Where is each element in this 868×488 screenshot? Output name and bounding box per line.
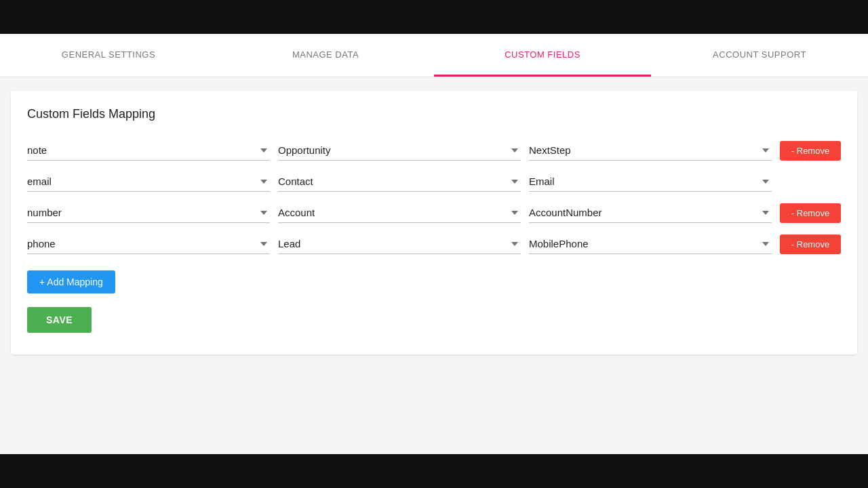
- top-bar: [0, 0, 868, 34]
- middle-select-1[interactable]: Opportunity Contact Account Lead: [278, 140, 521, 161]
- left-select-2[interactable]: email note number phone: [27, 171, 270, 192]
- middle-select-4[interactable]: Lead Opportunity Contact Account: [278, 234, 521, 254]
- card-title: Custom Fields Mapping: [27, 107, 841, 121]
- right-select-3[interactable]: AccountNumber NextStep Email MobilePhone: [529, 203, 772, 223]
- left-select-1[interactable]: note email number phone: [27, 140, 270, 161]
- right-select-1[interactable]: NextStep Email AccountNumber MobilePhone: [529, 140, 772, 161]
- remove-button-4[interactable]: - Remove: [780, 235, 841, 254]
- add-mapping-button[interactable]: + Add Mapping: [27, 270, 115, 293]
- tab-nav: GENERAL SETTINGS MANAGE DATA CUSTOM FIEL…: [0, 34, 868, 77]
- mapping-row-1: note email number phone Opportunity Cont…: [27, 140, 841, 161]
- middle-select-2[interactable]: Contact Opportunity Account Lead: [278, 171, 521, 192]
- tab-general-settings[interactable]: GENERAL SETTINGS: [0, 34, 217, 77]
- custom-fields-card: Custom Fields Mapping note email number …: [11, 91, 857, 354]
- mapping-row-3: number note email phone Account Opportun…: [27, 203, 841, 223]
- remove-button-1[interactable]: - Remove: [780, 141, 841, 161]
- mapping-row-4: phone note email number Lead Opportunity…: [27, 234, 841, 254]
- tab-custom-fields[interactable]: CUSTOM FIELDS: [434, 34, 651, 77]
- save-button[interactable]: SAVE: [27, 307, 92, 333]
- tab-account-support[interactable]: ACCOUNT SUPPORT: [651, 34, 868, 77]
- bottom-bar: [0, 454, 868, 488]
- remove-button-3[interactable]: - Remove: [780, 203, 841, 223]
- mapping-row-2: email note number phone Contact Opportun…: [27, 171, 841, 192]
- right-select-4[interactable]: MobilePhone NextStep Email AccountNumber: [529, 234, 772, 254]
- tab-manage-data[interactable]: MANAGE DATA: [217, 34, 434, 77]
- right-select-2[interactable]: Email NextStep AccountNumber MobilePhone: [529, 171, 772, 192]
- main-content: GENERAL SETTINGS MANAGE DATA CUSTOM FIEL…: [0, 34, 868, 454]
- left-select-4[interactable]: phone note email number: [27, 234, 270, 254]
- middle-select-3[interactable]: Account Opportunity Contact Lead: [278, 203, 521, 223]
- left-select-3[interactable]: number note email phone: [27, 203, 270, 223]
